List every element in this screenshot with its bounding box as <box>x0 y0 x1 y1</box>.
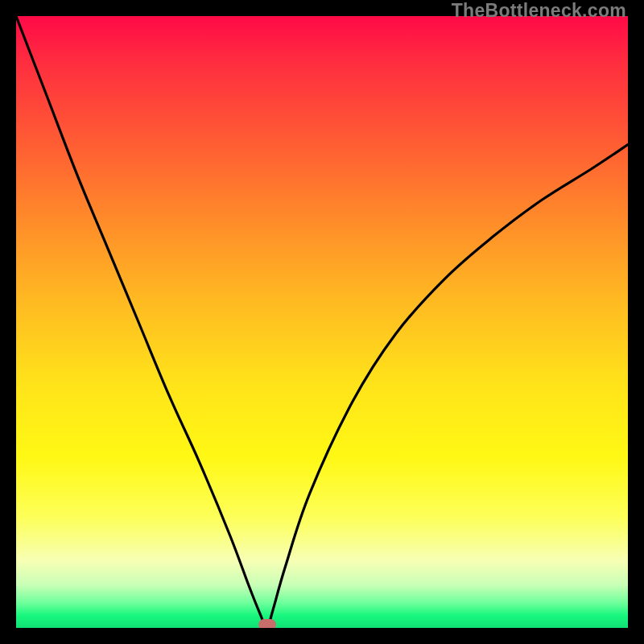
outer-frame: TheBottleneck.com <box>0 0 644 644</box>
bottleneck-curve <box>16 16 628 628</box>
watermark-text: TheBottleneck.com <box>452 0 626 22</box>
optimal-point-marker <box>258 619 276 628</box>
plot-area <box>16 16 628 628</box>
